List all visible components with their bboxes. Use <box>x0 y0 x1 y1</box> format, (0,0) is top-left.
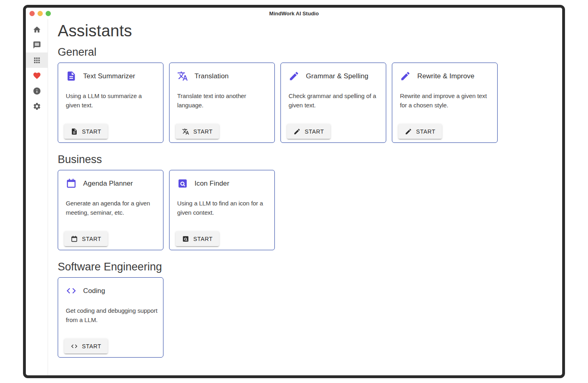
card-header: Icon Finder <box>176 176 269 189</box>
document-icon <box>66 71 77 82</box>
card-title: Rewrite & Improve <box>417 72 475 80</box>
page-title: Assistants <box>58 21 554 40</box>
cards-row: Text SummarizerUsing a LLM to summarize … <box>58 63 554 143</box>
card-description: Rewrite and improve a given text for a c… <box>400 92 492 110</box>
sidebar-item-home[interactable] <box>26 22 48 37</box>
calendar-icon <box>66 178 77 189</box>
sidebar-item-info[interactable] <box>26 83 48 98</box>
card-title: Text Summarizer <box>83 72 135 80</box>
assistant-card-translation: TranslationTranslate text into another l… <box>169 63 275 143</box>
start-button-rewrite-improve[interactable]: START <box>398 124 442 139</box>
card-icon-wrap <box>289 71 299 82</box>
start-button-coding[interactable]: START <box>64 339 108 354</box>
section-general: GeneralText SummarizerUsing a LLM to sum… <box>58 46 554 143</box>
card-icon-wrap <box>177 178 188 189</box>
titlebar: MindWork AI Studio <box>26 8 562 19</box>
icon-search-icon <box>177 178 188 189</box>
sidebar-item-gear[interactable] <box>26 98 48 114</box>
apps-grid-icon <box>33 56 41 65</box>
card-title: Icon Finder <box>195 180 229 188</box>
code-icon <box>66 285 77 296</box>
translate-icon <box>182 128 189 135</box>
icon-search-icon <box>182 235 189 243</box>
card-description: Check grammar and spelling of a given te… <box>289 92 380 110</box>
start-button-label: START <box>416 128 435 135</box>
start-button-icon-finder[interactable]: START <box>176 231 219 246</box>
section-heading: Software Engineering <box>58 261 554 273</box>
pencil-icon <box>289 71 299 82</box>
start-button-label: START <box>82 343 101 350</box>
card-actions: START <box>64 124 157 139</box>
card-title: Coding <box>83 287 105 295</box>
section-heading: Business <box>58 153 554 166</box>
card-description: Translate text into another language. <box>177 92 269 110</box>
card-header: Grammar & Spelling <box>287 69 380 82</box>
home-icon <box>33 25 41 34</box>
pencil-icon <box>400 71 411 82</box>
close-window-button[interactable] <box>29 11 35 16</box>
card-icon-wrap <box>66 285 77 296</box>
translate-icon <box>177 71 188 82</box>
chat-icon <box>33 41 41 49</box>
start-button-label: START <box>82 236 101 242</box>
section-business: BusinessAgenda PlannerGenerate an agenda… <box>58 153 554 250</box>
assistant-card-agenda-planner: Agenda PlannerGenerate an agenda for a g… <box>58 170 163 250</box>
card-description: Using a LLM to find an icon for a given … <box>177 199 269 217</box>
app-window: MindWork AI Studio Assistants GeneralTex… <box>23 5 565 378</box>
card-title: Grammar & Spelling <box>306 72 368 80</box>
card-icon-wrap <box>177 71 188 82</box>
assistant-card-grammar-spelling: Grammar & SpellingCheck grammar and spel… <box>280 63 386 143</box>
card-description: Using a LLM to summarize a given text. <box>66 92 157 110</box>
card-icon-wrap <box>66 178 77 189</box>
card-actions: START <box>64 231 157 246</box>
card-actions: START <box>398 124 492 139</box>
window-body: Assistants GeneralText SummarizerUsing a… <box>26 19 562 375</box>
start-button-label: START <box>82 128 101 135</box>
card-header: Agenda Planner <box>64 176 157 189</box>
start-button-text-summarizer[interactable]: START <box>64 124 108 139</box>
sidebar-item-chat[interactable] <box>26 37 48 52</box>
card-title: Translation <box>195 72 229 80</box>
assistant-card-rewrite-improve: Rewrite & ImproveRewrite and improve a g… <box>392 63 498 143</box>
section-heading: General <box>58 46 554 59</box>
start-button-label: START <box>193 128 213 135</box>
window-title: MindWork AI Studio <box>26 10 562 17</box>
pencil-icon <box>293 128 301 135</box>
card-header: Rewrite & Improve <box>398 69 492 82</box>
section-software-engineering: Software EngineeringCodingGet coding and… <box>58 261 554 358</box>
sidebar-item-apps-grid[interactable] <box>26 52 48 68</box>
traffic-lights <box>26 11 51 16</box>
assistant-card-icon-finder: Icon FinderUsing a LLM to find an icon f… <box>169 170 275 250</box>
document-icon <box>71 128 78 135</box>
sidebar-item-heart[interactable] <box>26 68 48 83</box>
card-header: Translation <box>176 69 269 82</box>
maximize-window-button[interactable] <box>46 11 51 16</box>
card-description: Generate an agenda for a given meeting, … <box>66 199 157 217</box>
pencil-icon <box>405 128 412 135</box>
main-content: Assistants GeneralText SummarizerUsing a… <box>48 19 562 375</box>
code-icon <box>71 343 78 350</box>
assistant-card-coding: CodingGet coding and debugging support f… <box>58 277 163 358</box>
card-icon-wrap <box>400 71 411 82</box>
start-button-grammar-spelling[interactable]: START <box>287 124 331 139</box>
card-header: Text Summarizer <box>64 69 157 82</box>
card-description: Get coding and debugging support from a … <box>66 306 157 324</box>
start-button-agenda-planner[interactable]: START <box>64 231 108 246</box>
sidebar <box>26 19 48 375</box>
sections-container: GeneralText SummarizerUsing a LLM to sum… <box>58 46 554 358</box>
card-actions: START <box>176 231 269 246</box>
card-title: Agenda Planner <box>83 180 133 188</box>
cards-row: CodingGet coding and debugging support f… <box>58 277 554 358</box>
cards-row: Agenda PlannerGenerate an agenda for a g… <box>58 170 554 250</box>
info-icon <box>33 87 41 95</box>
minimize-window-button[interactable] <box>38 11 43 16</box>
heart-icon <box>33 71 41 80</box>
card-actions: START <box>64 339 157 354</box>
card-icon-wrap <box>66 71 77 82</box>
card-actions: START <box>176 124 269 139</box>
start-button-translation[interactable]: START <box>176 124 219 139</box>
assistant-card-text-summarizer: Text SummarizerUsing a LLM to summarize … <box>58 63 163 143</box>
card-actions: START <box>287 124 380 139</box>
start-button-label: START <box>193 236 213 242</box>
start-button-label: START <box>305 128 324 135</box>
